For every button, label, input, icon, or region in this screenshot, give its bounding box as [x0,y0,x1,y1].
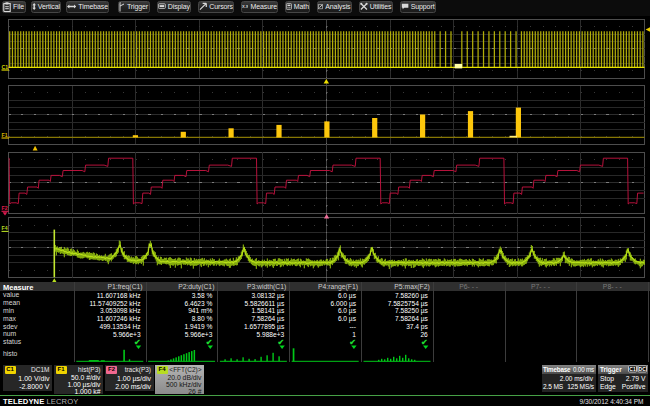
svg-text:C1: C1 [2,64,9,70]
svg-text:DC: DC [639,366,647,372]
svg-text:F4: F4 [2,225,8,231]
svg-text:C1: C1 [629,366,636,372]
svg-text:X.X: X.X [242,4,248,9]
svg-text:F2: F2 [2,205,8,211]
svg-text:F1: F1 [2,132,8,138]
